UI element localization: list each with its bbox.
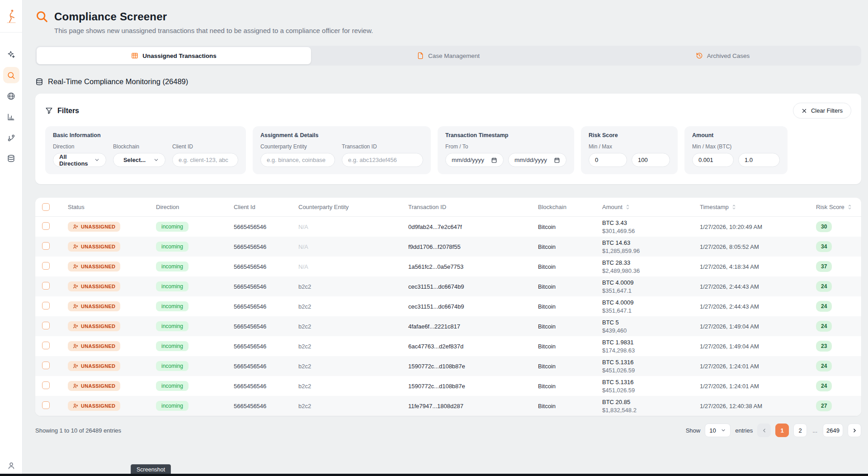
sidebar-item-sparkles[interactable] xyxy=(3,46,19,62)
transaction-id-cell: 4fafae6f...2221c817 xyxy=(404,323,533,330)
blockchain-cell: Bitcoin xyxy=(533,303,598,310)
row-checkbox[interactable] xyxy=(42,262,50,270)
filter-group-risk: Risk Score Min / Max xyxy=(581,126,678,174)
tab-case-management[interactable]: Case Management xyxy=(311,47,585,64)
transaction-id-input[interactable] xyxy=(342,153,423,167)
direction-badge: incoming xyxy=(156,341,189,351)
table-row[interactable]: UNASSIGNED incoming 5665456546 b2c2 1590… xyxy=(35,356,861,376)
table-row[interactable]: UNASSIGNED incoming 5665456546 b2c2 cec3… xyxy=(35,276,861,296)
risk-score-badge: 24 xyxy=(816,321,832,332)
blockchain-select[interactable]: Select... xyxy=(113,153,165,167)
table-row[interactable]: UNASSIGNED incoming 5665456546 b2c2 6ac4… xyxy=(35,336,861,356)
direction-badge: incoming xyxy=(156,301,189,311)
amount-cell: BTC 1.9831 $174,298.63 xyxy=(598,339,695,354)
clear-filters-label: Clear Filters xyxy=(811,107,843,114)
sidebar-item-analytics[interactable] xyxy=(3,109,19,125)
column-header-amount[interactable]: Amount xyxy=(598,204,695,210)
direction-value: All Directions xyxy=(59,153,90,167)
page-1-button[interactable]: 1 xyxy=(775,424,789,437)
column-header-risk-score[interactable]: Risk Score xyxy=(811,204,861,210)
status-badge: UNASSIGNED xyxy=(68,222,120,232)
timestamp-cell: 1/27/2026, 2:44:43 AM xyxy=(695,283,811,290)
row-checkbox[interactable] xyxy=(42,381,50,389)
next-page-button[interactable] xyxy=(848,424,861,437)
sidebar-item-branch[interactable] xyxy=(3,129,19,146)
direction-badge: incoming xyxy=(156,381,189,391)
user-x-icon xyxy=(73,224,78,229)
user-x-icon xyxy=(73,284,78,289)
last-page-button[interactable]: 2649 xyxy=(823,424,843,437)
risk-score-badge: 24 xyxy=(816,301,832,312)
table-row[interactable]: UNASSIGNED incoming 5665456546 b2c2 11fe… xyxy=(35,396,861,416)
blockchain-cell: Bitcoin xyxy=(533,263,598,270)
tab-bar: Unassigned Transactions Case Management … xyxy=(35,46,861,66)
amount-cell: BTC 5 $439,460 xyxy=(598,319,695,334)
risk-min-input[interactable] xyxy=(589,153,627,167)
blockchain-label: Blockchain xyxy=(113,143,165,150)
table-row[interactable]: UNASSIGNED incoming 5665456546 b2c2 4faf… xyxy=(35,316,861,336)
row-checkbox[interactable] xyxy=(42,282,50,290)
row-checkbox[interactable] xyxy=(42,342,50,349)
page-title: Compliance Screener xyxy=(54,10,167,23)
blockchain-cell: Bitcoin xyxy=(533,403,598,409)
counterparty-input[interactable] xyxy=(260,153,335,167)
from-to-label: From / To xyxy=(445,143,566,150)
table-row[interactable]: UNASSIGNED incoming 5665456546 b2c2 1590… xyxy=(35,376,861,396)
risk-score-badge: 30 xyxy=(816,221,832,232)
table-row[interactable]: UNASSIGNED incoming 5665456546 N/A 1a561… xyxy=(35,257,861,276)
tab-unassigned-transactions[interactable]: Unassigned Transactions xyxy=(37,47,311,64)
client-id-cell: 5665456546 xyxy=(229,383,294,390)
client-id-cell: 5665456546 xyxy=(229,263,294,270)
sidebar-item-globe[interactable] xyxy=(3,88,19,104)
tab-archived-cases[interactable]: Archived Cases xyxy=(585,47,860,64)
row-checkbox[interactable] xyxy=(42,242,50,250)
clear-filters-button[interactable]: Clear Filters xyxy=(793,103,851,119)
sidebar-item-profile[interactable] xyxy=(0,462,22,470)
timestamp-cell: 1/27/2026, 12:40:38 AM xyxy=(695,403,811,409)
page-2-button[interactable]: 2 xyxy=(793,424,807,437)
table-row[interactable]: UNASSIGNED incoming 5665456546 N/A f9dd1… xyxy=(35,237,861,257)
sidebar-item-database[interactable] xyxy=(3,150,19,167)
select-all-checkbox[interactable] xyxy=(42,203,50,211)
chevron-left-icon xyxy=(761,428,767,433)
date-from-input[interactable]: mm/dd/yyyy xyxy=(445,153,504,167)
date-to-input[interactable]: mm/dd/yyyy xyxy=(508,153,566,167)
column-header-timestamp[interactable]: Timestamp xyxy=(695,204,811,210)
risk-score-badge: 23 xyxy=(816,341,832,352)
direction-select[interactable]: All Directions xyxy=(53,153,106,167)
timestamp-cell: 1/27/2026, 1:24:01 AM xyxy=(695,383,811,390)
bottom-edge-bar xyxy=(0,474,868,476)
sidebar-item-search[interactable] xyxy=(3,67,19,83)
showing-entries-text: Showing 1 to 10 of 26489 entries xyxy=(35,427,121,434)
blockchain-cell: Bitcoin xyxy=(533,224,598,230)
group-title: Amount xyxy=(692,132,780,138)
row-checkbox[interactable] xyxy=(42,362,50,369)
amount-max-input[interactable] xyxy=(738,153,780,167)
status-badge: UNASSIGNED xyxy=(68,262,120,271)
status-badge: UNASSIGNED xyxy=(68,361,120,371)
row-checkbox[interactable] xyxy=(42,322,50,329)
amount-min-input[interactable] xyxy=(692,153,734,167)
row-checkbox[interactable] xyxy=(42,401,50,409)
table-row[interactable]: UNASSIGNED incoming 5665456546 N/A 0d9fa… xyxy=(35,217,861,237)
risk-score-badge: 24 xyxy=(816,281,832,292)
filters-panel: Filters Clear Filters Basic Information … xyxy=(35,94,861,184)
counterparty-cell: b2c2 xyxy=(294,403,404,409)
risk-min-max-label: Min / Max xyxy=(589,143,670,150)
app-logo[interactable] xyxy=(0,0,22,33)
transaction-id-cell: 11fe7947...1808d287 xyxy=(404,403,533,409)
client-id-input[interactable] xyxy=(172,153,238,167)
blockchain-cell: Bitcoin xyxy=(533,243,598,250)
table-body: UNASSIGNED incoming 5665456546 N/A 0d9fa… xyxy=(35,217,861,416)
previous-page-button[interactable] xyxy=(757,424,771,437)
risk-max-input[interactable] xyxy=(632,153,670,167)
row-checkbox[interactable] xyxy=(42,302,50,309)
table-icon xyxy=(131,52,138,59)
page-size-select[interactable]: 10 xyxy=(705,424,731,437)
row-checkbox[interactable] xyxy=(42,222,50,230)
transaction-id-cell: cec31151...dc6674b9 xyxy=(404,303,533,310)
filter-group-amount: Amount Min / Max (BTC) xyxy=(684,126,788,174)
filters-heading: Filters xyxy=(45,107,79,115)
risk-score-badge: 37 xyxy=(816,261,832,272)
table-row[interactable]: UNASSIGNED incoming 5665456546 b2c2 cec3… xyxy=(35,296,861,316)
